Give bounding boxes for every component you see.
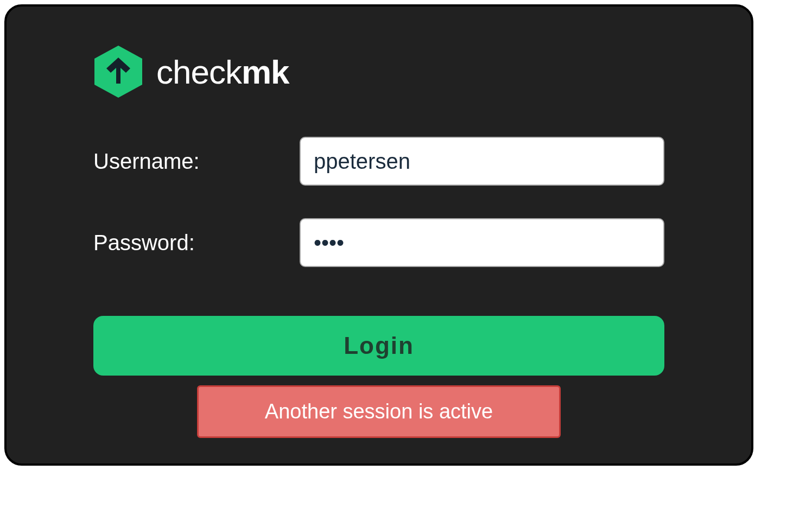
login-button[interactable]: Login <box>93 316 664 376</box>
brand-name: checkmk <box>156 53 289 91</box>
error-banner: Another session is active <box>197 385 561 438</box>
password-label: Password: <box>93 231 300 255</box>
brand-name-light: check <box>156 53 242 91</box>
login-panel: checkmk Username: Password: Login Anothe… <box>4 4 753 466</box>
password-input[interactable] <box>300 218 664 267</box>
checkmk-logo-icon <box>93 45 143 99</box>
brand-name-bold: mk <box>242 53 289 91</box>
brand-logo: checkmk <box>93 45 664 99</box>
username-label: Username: <box>93 149 300 174</box>
password-row: Password: <box>93 218 664 267</box>
username-input[interactable] <box>300 137 664 186</box>
username-row: Username: <box>93 137 664 186</box>
